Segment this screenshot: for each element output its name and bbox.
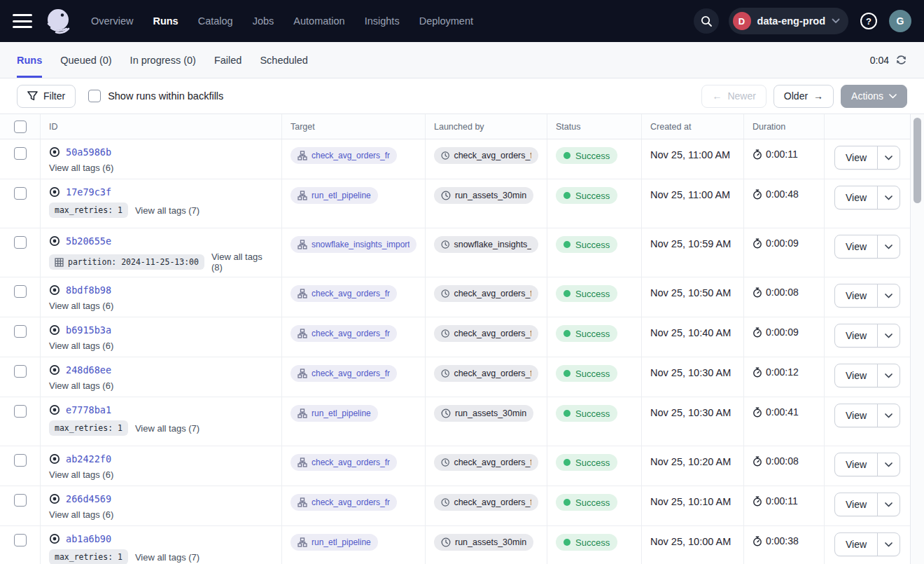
run-id-link[interactable]: 5b20655e — [66, 235, 111, 247]
row-checkbox[interactable] — [14, 325, 27, 338]
view-dropdown-button[interactable] — [877, 533, 899, 556]
tab-scheduled[interactable]: Scheduled — [260, 42, 308, 78]
view-dropdown-button[interactable] — [877, 324, 899, 347]
nav-item-automation[interactable]: Automation — [293, 15, 344, 27]
run-id-link[interactable]: 248d68ee — [66, 364, 111, 376]
view-button[interactable]: View — [835, 404, 877, 427]
older-button[interactable]: Older→ — [774, 85, 834, 108]
nav-item-deployment[interactable]: Deployment — [419, 15, 473, 27]
created-at: Nov 25, 10:00 AM — [650, 536, 731, 547]
view-all-tags-link[interactable]: View all tags (6) — [49, 301, 113, 311]
row-checkbox[interactable] — [14, 147, 27, 160]
help-button[interactable]: ? — [858, 11, 879, 32]
tab-failed[interactable]: Failed — [214, 42, 242, 78]
row-checkbox[interactable] — [14, 534, 27, 546]
launched-by-pill[interactable]: snowflake_insights_… — [434, 236, 538, 253]
row-checkbox[interactable] — [14, 285, 27, 298]
nav-item-catalog[interactable]: Catalog — [198, 15, 233, 27]
target-pill[interactable]: check_avg_orders_freshne — [290, 325, 397, 342]
view-all-tags-link[interactable]: View all tags (6) — [49, 163, 113, 173]
launched-by-pill[interactable]: check_avg_orders_f… — [434, 454, 538, 471]
view-button[interactable]: View — [835, 284, 877, 307]
launched-by-pill[interactable]: check_avg_orders_f… — [434, 365, 538, 382]
view-all-tags-link[interactable]: View all tags (7) — [135, 423, 200, 434]
view-dropdown-button[interactable] — [877, 146, 899, 169]
hamburger-menu-icon[interactable] — [13, 14, 32, 28]
view-button[interactable]: View — [835, 453, 877, 476]
row-checkbox[interactable] — [14, 236, 27, 249]
scrollbar-thumb[interactable] — [913, 118, 921, 203]
view-button[interactable]: View — [835, 235, 877, 258]
target-pill[interactable]: check_avg_orders_freshne — [290, 454, 397, 471]
nav-item-insights[interactable]: Insights — [365, 15, 400, 27]
launched-by-pill[interactable]: check_avg_orders_f… — [434, 285, 538, 302]
target-pill[interactable]: check_avg_orders_freshne — [290, 365, 397, 382]
show-backfills-checkbox[interactable] — [88, 90, 101, 102]
nav-item-runs[interactable]: Runs — [153, 15, 178, 27]
view-all-tags-link[interactable]: View all tags (7) — [135, 552, 200, 563]
search-button[interactable] — [694, 8, 719, 34]
target-pill[interactable]: run_etl_pipeline — [290, 534, 378, 551]
launched-by-pill[interactable]: run_assets_30min — [434, 405, 533, 422]
target-pill[interactable]: check_avg_orders_freshne — [290, 285, 397, 302]
view-all-tags-link[interactable]: View all tags (6) — [49, 341, 113, 351]
tab-in-progress-0[interactable]: In progress (0) — [130, 42, 196, 78]
run-id-link[interactable]: 17e79c3f — [66, 186, 111, 198]
view-button[interactable]: View — [835, 186, 877, 209]
launched-by-pill[interactable]: run_assets_30min — [434, 534, 533, 551]
run-id-link[interactable]: 50a5986b — [66, 146, 111, 158]
run-id-link[interactable]: 266d4569 — [66, 493, 111, 504]
launched-by-pill[interactable]: run_assets_30min — [434, 187, 533, 204]
row-checkbox[interactable] — [14, 365, 27, 378]
target-pill[interactable]: run_etl_pipeline — [290, 187, 378, 204]
launched-by-pill[interactable]: check_avg_orders_f… — [434, 325, 538, 342]
view-dropdown-button[interactable] — [877, 453, 899, 476]
target-pill[interactable]: check_avg_orders_freshne — [290, 147, 397, 164]
view-button[interactable]: View — [835, 324, 877, 347]
select-all-checkbox[interactable] — [14, 121, 27, 133]
tab-runs[interactable]: Runs — [17, 42, 42, 78]
scrollbar-track[interactable] — [910, 114, 924, 564]
view-all-tags-link[interactable]: View all tags (6) — [49, 509, 113, 520]
run-target-icon — [49, 364, 60, 376]
view-all-tags-link[interactable]: View all tags (6) — [49, 469, 113, 480]
view-dropdown-button[interactable] — [877, 235, 899, 258]
row-checkbox[interactable] — [14, 454, 27, 467]
dagster-logo[interactable] — [43, 6, 74, 36]
view-dropdown-button[interactable] — [877, 404, 899, 427]
view-button[interactable]: View — [835, 533, 877, 556]
filter-button[interactable]: Filter — [17, 85, 76, 108]
user-avatar[interactable]: G — [889, 10, 911, 32]
tab-queued-0[interactable]: Queued (0) — [60, 42, 111, 78]
view-dropdown-button[interactable] — [877, 186, 899, 209]
run-id-link[interactable]: e7778ba1 — [66, 404, 111, 415]
view-button[interactable]: View — [835, 493, 877, 516]
launched-by-pill[interactable]: check_avg_orders_f… — [434, 147, 538, 164]
row-checkbox[interactable] — [14, 405, 27, 418]
view-all-tags-link[interactable]: View all tags (7) — [135, 205, 200, 216]
run-id-link[interactable]: ab1a6b90 — [66, 533, 111, 544]
view-dropdown-button[interactable] — [877, 284, 899, 307]
row-checkbox[interactable] — [14, 494, 27, 507]
view-button[interactable]: View — [835, 364, 877, 387]
nav-item-jobs[interactable]: Jobs — [253, 15, 274, 27]
view-dropdown-button[interactable] — [877, 364, 899, 387]
view-dropdown-button[interactable] — [877, 493, 899, 516]
newer-button[interactable]: ←Newer — [701, 85, 766, 108]
refresh-icon[interactable] — [895, 54, 907, 66]
launched-by-pill[interactable]: check_avg_orders_f… — [434, 494, 538, 511]
duration-value: 0:00:11 — [766, 495, 798, 507]
actions-button[interactable]: Actions — [841, 85, 907, 108]
target-pill[interactable]: run_etl_pipeline — [290, 405, 378, 422]
view-button[interactable]: View — [835, 146, 877, 169]
target-pill[interactable]: check_avg_orders_freshne — [290, 494, 397, 511]
target-pill[interactable]: snowflake_insights_import — [290, 236, 416, 253]
run-id-link[interactable]: b6915b3a — [66, 324, 111, 336]
workspace-switcher[interactable]: D data-eng-prod — [729, 8, 848, 34]
run-id-link[interactable]: 8bdf8b98 — [66, 284, 111, 296]
run-id-link[interactable]: ab2422f0 — [66, 453, 111, 465]
row-checkbox[interactable] — [14, 187, 27, 200]
view-all-tags-link[interactable]: View all tags (8) — [211, 252, 273, 273]
view-all-tags-link[interactable]: View all tags (6) — [49, 380, 113, 391]
nav-item-overview[interactable]: Overview — [91, 15, 133, 27]
